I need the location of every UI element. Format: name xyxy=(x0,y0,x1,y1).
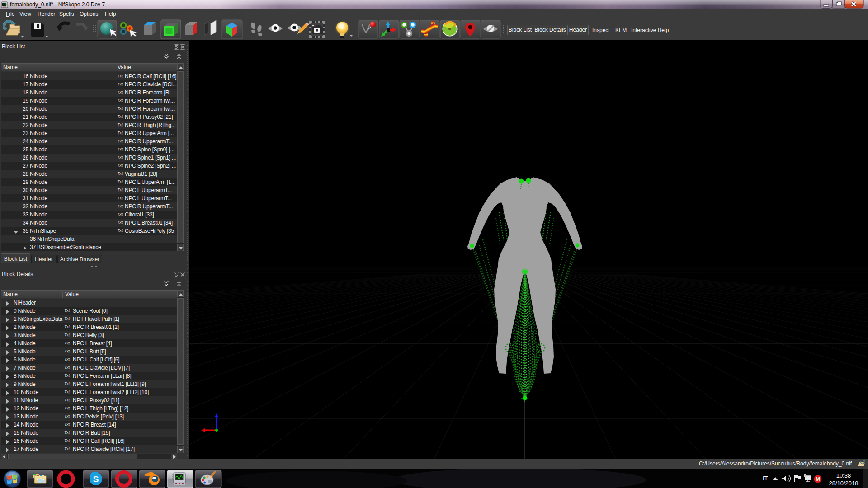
svg-text:M: M xyxy=(816,476,820,482)
svg-text:IT: IT xyxy=(763,475,768,482)
svg-text:S: S xyxy=(93,474,99,484)
svg-text:10:38: 10:38 xyxy=(836,472,851,479)
svg-text:28/10/2018: 28/10/2018 xyxy=(829,480,858,487)
